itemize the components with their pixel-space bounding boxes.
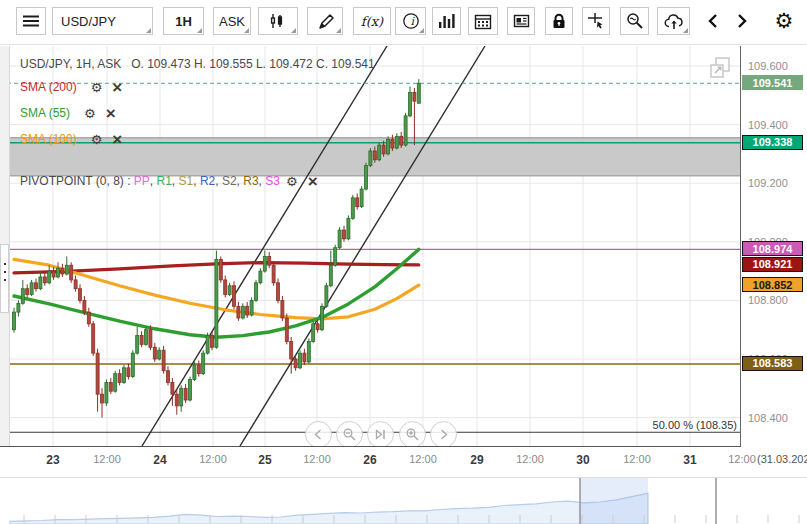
zoom-out-button[interactable]: [336, 421, 363, 448]
indicator-label: SMA (200): [20, 80, 77, 94]
chart-legend: USD/JPY, 1H, ASK O. 109.473 H. 109.555 L…: [20, 54, 375, 194]
zoom-in-button[interactable]: [399, 421, 426, 448]
menu-button[interactable]: [16, 7, 46, 35]
pivot-item-s1: S1: [179, 174, 194, 188]
pencil-icon: [317, 13, 334, 30]
pivot-legend-separator: :: [124, 174, 134, 188]
news-icon: [513, 13, 530, 29]
navigator-chart[interactable]: [0, 478, 807, 524]
chart-type-button[interactable]: [258, 7, 298, 35]
indicator-row: SMA (200)⚙×: [20, 74, 375, 100]
trading-platform-window: { "toolbar": { "instrument": "USD/JPY", …: [0, 0, 807, 524]
info-button[interactable]: i: [395, 7, 426, 35]
range-navigator[interactable]: [0, 477, 807, 524]
time-tick-label: 12:00: [409, 453, 437, 465]
fib-level-label: 50.00 % (108.35): [500, 419, 737, 431]
upload-button[interactable]: [657, 7, 690, 35]
crosshair-icon: [587, 12, 605, 30]
time-tick-label: 30: [576, 453, 589, 467]
price-tick-label: 109.600: [748, 60, 788, 72]
time-tick-label: 12:00: [303, 453, 331, 465]
navigator-area: [10, 493, 648, 524]
info-icon: i: [402, 12, 420, 30]
caret-icon: [336, 28, 341, 33]
instrument-select[interactable]: USD/JPY: [52, 7, 153, 35]
price-tick-label: 108.400: [748, 412, 788, 424]
time-tick-label: 24: [153, 453, 166, 467]
price-axis[interactable]: 109.600109.400109.200109.000108.800108.6…: [741, 46, 807, 470]
settings-button[interactable]: ⚙: [769, 7, 799, 35]
time-tick-label: 12:00: [623, 453, 651, 465]
lock-button[interactable]: [545, 7, 573, 35]
price-tick-label: 108.800: [748, 294, 788, 306]
indicator-remove-icon[interactable]: ×: [112, 131, 122, 148]
indicator-rows: SMA (200)⚙×SMA (55)⚙×SMA (100)⚙×: [20, 74, 375, 152]
skip-to-end-button[interactable]: [367, 421, 394, 448]
indicator-settings-gear-icon[interactable]: ⚙: [91, 81, 103, 94]
caret-icon: [146, 28, 151, 33]
price-side-select[interactable]: ASK: [213, 7, 251, 35]
pivot-settings-gear-icon[interactable]: ⚙: [286, 175, 298, 188]
indicator-label: SMA (100): [20, 132, 77, 146]
indicator-remove-icon[interactable]: ×: [106, 105, 116, 122]
indicator-remove-icon[interactable]: ×: [112, 79, 122, 96]
cloud-upload-icon: [664, 13, 684, 30]
caret-icon: [683, 28, 688, 33]
time-tick-label: 29: [470, 453, 483, 467]
time-tick-label: 12:00: [516, 453, 544, 465]
vertical-scrollbar-thumb[interactable]: [0, 244, 9, 313]
pivot-item-comma: ,: [193, 174, 200, 188]
price-badge: 108.852: [742, 277, 803, 292]
functions-button[interactable]: f(x): [353, 7, 391, 35]
pivot-item-r3: R3: [243, 174, 258, 188]
price-badge: 109.541: [742, 75, 803, 90]
time-tick-label: 23: [46, 453, 59, 467]
next-button[interactable]: [729, 7, 755, 35]
pivot-item-comma: ,: [237, 174, 244, 188]
price-badge: 108.921: [742, 257, 803, 272]
indicator-settings-gear-icon[interactable]: ⚙: [91, 133, 103, 146]
pivot-item-s2: S2: [222, 174, 237, 188]
popout-icon[interactable]: [706, 54, 734, 86]
period-label: 1H: [175, 14, 192, 29]
period-select[interactable]: 1H: [163, 7, 204, 35]
grip-dot: [4, 279, 6, 281]
chevron-left-icon: [706, 13, 720, 29]
ohlc-values: O. 109.473 H. 109.555 L. 109.472 C. 109.…: [131, 57, 375, 71]
zoom-mode-button[interactable]: [620, 7, 649, 35]
vertical-scrollbar[interactable]: [0, 46, 10, 446]
time-tick-label: 25: [258, 453, 271, 467]
volume-button[interactable]: [432, 7, 461, 35]
calendar-icon: [474, 13, 492, 30]
chevron-right-icon: [735, 13, 749, 29]
side-label: ASK: [219, 14, 245, 29]
price-badge: 108.974: [742, 241, 803, 256]
toolbar: USD/JPY 1H ASK f(x) i: [0, 0, 807, 44]
plot-right-border: [740, 46, 741, 470]
caret-icon: [419, 28, 424, 33]
indicator-row: SMA (100)⚙×: [20, 126, 375, 152]
draw-tools-button[interactable]: [307, 7, 343, 35]
crosshair-button[interactable]: [582, 7, 610, 35]
indicator-label: SMA (55): [20, 106, 70, 120]
time-tick-label: 12:00: [199, 453, 227, 465]
news-button[interactable]: [507, 7, 535, 35]
pivot-item-r1: R1: [157, 174, 172, 188]
pan-left-button[interactable]: [305, 421, 332, 448]
pivot-remove-icon[interactable]: ×: [308, 173, 318, 190]
indicator-settings-gear-icon[interactable]: ⚙: [84, 107, 96, 120]
instrument-label: USD/JPY: [61, 14, 116, 29]
candlestick-chart-icon: [269, 12, 287, 30]
lock-icon: [550, 12, 568, 30]
calendar-button[interactable]: [468, 7, 498, 35]
navigator-selection[interactable]: [580, 478, 648, 524]
gear-icon: ⚙: [775, 9, 794, 33]
pivot-legend-label: PIVOTPOINT (0, 8): [20, 174, 124, 188]
magnifier-icon: [626, 12, 644, 30]
ohlc-spacer: [121, 57, 131, 71]
pivot-item-comma: ,: [259, 174, 266, 188]
time-axis[interactable]: (31.03.2021 2312:002412:002512:002612:00…: [0, 447, 807, 473]
previous-button[interactable]: [700, 7, 726, 35]
time-tick-label: 26: [363, 453, 376, 467]
pan-right-button[interactable]: [430, 421, 457, 448]
